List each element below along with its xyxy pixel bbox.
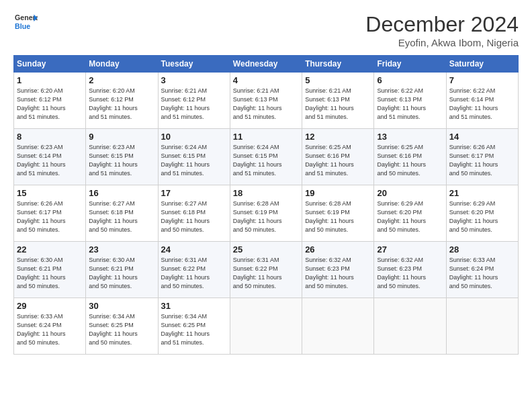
- calendar-cell: [230, 298, 302, 355]
- calendar-cell: 4Sunrise: 6:21 AM Sunset: 6:13 PM Daylig…: [230, 73, 302, 129]
- calendar-cell: 11Sunrise: 6:24 AM Sunset: 6:15 PM Dayli…: [230, 129, 302, 185]
- day-number: 10: [161, 132, 227, 142]
- day-number: 6: [377, 75, 443, 85]
- day-info: Sunrise: 6:27 AM Sunset: 6:18 PM Dayligh…: [89, 199, 154, 234]
- day-number: 3: [161, 75, 227, 85]
- day-info: Sunrise: 6:30 AM Sunset: 6:21 PM Dayligh…: [89, 256, 154, 291]
- day-info: Sunrise: 6:28 AM Sunset: 6:19 PM Dayligh…: [305, 199, 371, 234]
- col-tuesday: Tuesday: [158, 56, 230, 73]
- day-info: Sunrise: 6:33 AM Sunset: 6:24 PM Dayligh…: [449, 256, 515, 291]
- day-number: 14: [449, 132, 515, 142]
- calendar-cell: 6Sunrise: 6:22 AM Sunset: 6:13 PM Daylig…: [374, 73, 446, 129]
- day-number: 17: [161, 188, 227, 198]
- calendar-cell: 26Sunrise: 6:32 AM Sunset: 6:23 PM Dayli…: [302, 242, 374, 298]
- calendar-cell: 16Sunrise: 6:27 AM Sunset: 6:18 PM Dayli…: [86, 185, 158, 242]
- day-number: 19: [305, 188, 371, 198]
- calendar-cell: 7Sunrise: 6:22 AM Sunset: 6:14 PM Daylig…: [446, 73, 518, 129]
- calendar-cell: 31Sunrise: 6:34 AM Sunset: 6:25 PM Dayli…: [158, 298, 230, 355]
- day-info: Sunrise: 6:28 AM Sunset: 6:19 PM Dayligh…: [233, 199, 299, 234]
- calendar-table: Sunday Monday Tuesday Wednesday Thursday…: [13, 55, 519, 355]
- calendar-week-4: 22Sunrise: 6:30 AM Sunset: 6:21 PM Dayli…: [14, 242, 519, 298]
- calendar-cell: 22Sunrise: 6:30 AM Sunset: 6:21 PM Dayli…: [14, 242, 86, 298]
- logo-icon: General Blue: [13, 12, 38, 32]
- month-title: December 2024: [365, 12, 519, 37]
- calendar-cell: 14Sunrise: 6:26 AM Sunset: 6:17 PM Dayli…: [446, 129, 518, 185]
- col-monday: Monday: [86, 56, 158, 73]
- calendar-week-3: 15Sunrise: 6:26 AM Sunset: 6:17 PM Dayli…: [14, 185, 519, 242]
- day-number: 18: [233, 188, 299, 198]
- calendar-cell: [302, 298, 374, 355]
- day-info: Sunrise: 6:26 AM Sunset: 6:17 PM Dayligh…: [449, 143, 515, 178]
- calendar-cell: 1Sunrise: 6:20 AM Sunset: 6:12 PM Daylig…: [14, 73, 86, 129]
- day-info: Sunrise: 6:21 AM Sunset: 6:13 PM Dayligh…: [233, 87, 299, 122]
- day-info: Sunrise: 6:24 AM Sunset: 6:15 PM Dayligh…: [161, 143, 227, 178]
- calendar-cell: [446, 298, 518, 355]
- day-number: 28: [449, 244, 515, 255]
- col-wednesday: Wednesday: [230, 56, 302, 73]
- day-number: 23: [89, 244, 154, 255]
- calendar-cell: 29Sunrise: 6:33 AM Sunset: 6:24 PM Dayli…: [14, 298, 86, 355]
- day-number: 11: [233, 132, 299, 142]
- day-info: Sunrise: 6:33 AM Sunset: 6:24 PM Dayligh…: [17, 312, 83, 347]
- calendar-header-row: Sunday Monday Tuesday Wednesday Thursday…: [14, 56, 519, 73]
- calendar-week-2: 8Sunrise: 6:23 AM Sunset: 6:14 PM Daylig…: [14, 129, 519, 185]
- day-info: Sunrise: 6:21 AM Sunset: 6:12 PM Dayligh…: [161, 87, 227, 122]
- day-info: Sunrise: 6:29 AM Sunset: 6:20 PM Dayligh…: [377, 199, 443, 234]
- day-info: Sunrise: 6:29 AM Sunset: 6:20 PM Dayligh…: [449, 199, 515, 234]
- day-number: 1: [17, 75, 83, 85]
- day-number: 5: [305, 75, 371, 85]
- day-info: Sunrise: 6:25 AM Sunset: 6:16 PM Dayligh…: [305, 143, 371, 178]
- day-info: Sunrise: 6:34 AM Sunset: 6:25 PM Dayligh…: [89, 312, 154, 347]
- day-number: 26: [305, 244, 371, 255]
- day-number: 31: [161, 301, 227, 311]
- calendar-week-1: 1Sunrise: 6:20 AM Sunset: 6:12 PM Daylig…: [14, 73, 519, 129]
- day-number: 20: [377, 188, 443, 198]
- day-info: Sunrise: 6:22 AM Sunset: 6:14 PM Dayligh…: [449, 87, 515, 122]
- day-info: Sunrise: 6:31 AM Sunset: 6:22 PM Dayligh…: [233, 256, 299, 291]
- day-number: 15: [17, 188, 83, 198]
- calendar-week-5: 29Sunrise: 6:33 AM Sunset: 6:24 PM Dayli…: [14, 298, 519, 355]
- calendar-cell: 12Sunrise: 6:25 AM Sunset: 6:16 PM Dayli…: [302, 129, 374, 185]
- col-sunday: Sunday: [14, 56, 86, 73]
- day-info: Sunrise: 6:24 AM Sunset: 6:15 PM Dayligh…: [233, 143, 299, 178]
- day-number: 24: [161, 244, 227, 255]
- col-thursday: Thursday: [302, 56, 374, 73]
- calendar-cell: 9Sunrise: 6:23 AM Sunset: 6:15 PM Daylig…: [86, 129, 158, 185]
- day-info: Sunrise: 6:25 AM Sunset: 6:16 PM Dayligh…: [377, 143, 443, 178]
- day-number: 16: [89, 188, 154, 198]
- calendar-cell: 3Sunrise: 6:21 AM Sunset: 6:12 PM Daylig…: [158, 73, 230, 129]
- calendar-cell: 5Sunrise: 6:21 AM Sunset: 6:13 PM Daylig…: [302, 73, 374, 129]
- day-info: Sunrise: 6:27 AM Sunset: 6:18 PM Dayligh…: [161, 199, 227, 234]
- col-saturday: Saturday: [446, 56, 518, 73]
- day-number: 9: [89, 132, 154, 142]
- calendar-cell: 20Sunrise: 6:29 AM Sunset: 6:20 PM Dayli…: [374, 185, 446, 242]
- day-number: 12: [305, 132, 371, 142]
- day-info: Sunrise: 6:22 AM Sunset: 6:13 PM Dayligh…: [377, 87, 443, 122]
- calendar-cell: 18Sunrise: 6:28 AM Sunset: 6:19 PM Dayli…: [230, 185, 302, 242]
- day-info: Sunrise: 6:32 AM Sunset: 6:23 PM Dayligh…: [377, 256, 443, 291]
- calendar-cell: 25Sunrise: 6:31 AM Sunset: 6:22 PM Dayli…: [230, 242, 302, 298]
- title-block: December 2024 Eyofin, Akwa Ibom, Nigeria: [365, 12, 519, 48]
- col-friday: Friday: [374, 56, 446, 73]
- calendar-cell: 24Sunrise: 6:31 AM Sunset: 6:22 PM Dayli…: [158, 242, 230, 298]
- day-number: 2: [89, 75, 154, 85]
- day-number: 13: [377, 132, 443, 142]
- calendar-cell: 28Sunrise: 6:33 AM Sunset: 6:24 PM Dayli…: [446, 242, 518, 298]
- calendar-cell: 2Sunrise: 6:20 AM Sunset: 6:12 PM Daylig…: [86, 73, 158, 129]
- day-number: 21: [449, 188, 515, 198]
- day-number: 30: [89, 301, 154, 311]
- day-number: 7: [449, 75, 515, 85]
- calendar-cell: 21Sunrise: 6:29 AM Sunset: 6:20 PM Dayli…: [446, 185, 518, 242]
- calendar-cell: 27Sunrise: 6:32 AM Sunset: 6:23 PM Dayli…: [374, 242, 446, 298]
- day-info: Sunrise: 6:21 AM Sunset: 6:13 PM Dayligh…: [305, 87, 371, 122]
- day-info: Sunrise: 6:23 AM Sunset: 6:15 PM Dayligh…: [89, 143, 154, 178]
- day-info: Sunrise: 6:30 AM Sunset: 6:21 PM Dayligh…: [17, 256, 83, 291]
- location-title: Eyofin, Akwa Ibom, Nigeria: [365, 37, 519, 48]
- day-number: 29: [17, 301, 83, 311]
- day-info: Sunrise: 6:23 AM Sunset: 6:14 PM Dayligh…: [17, 143, 83, 178]
- day-info: Sunrise: 6:31 AM Sunset: 6:22 PM Dayligh…: [161, 256, 227, 291]
- logo: General Blue: [13, 12, 38, 32]
- calendar-cell: [374, 298, 446, 355]
- calendar-cell: 23Sunrise: 6:30 AM Sunset: 6:21 PM Dayli…: [86, 242, 158, 298]
- day-info: Sunrise: 6:32 AM Sunset: 6:23 PM Dayligh…: [305, 256, 371, 291]
